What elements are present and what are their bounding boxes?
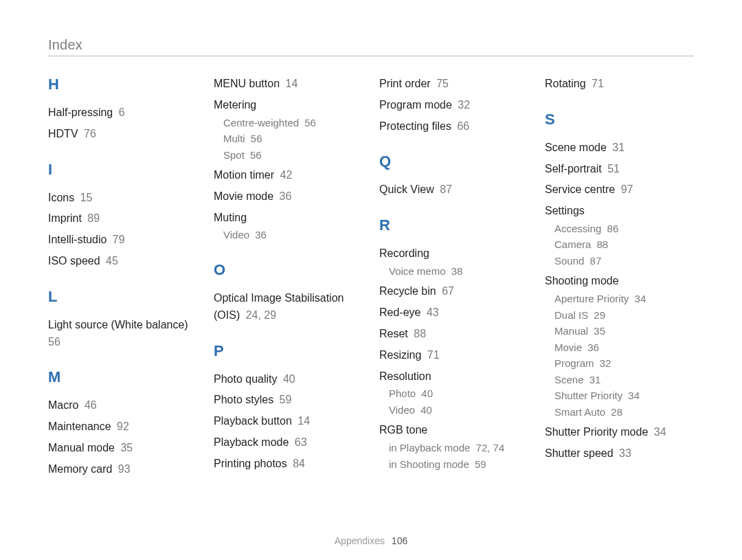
index-entry-page: 71: [589, 78, 604, 89]
index-subentry: Smart Auto 28: [554, 405, 694, 421]
index-subentry: Accessing 86: [554, 221, 694, 237]
index-entry-page: 24, 29: [243, 309, 276, 321]
index-section-letter: I: [48, 161, 197, 179]
index-entry: Imprint 89: [48, 210, 197, 227]
index-entry-page: 66: [454, 120, 469, 132]
index-entry-label: Movie mode: [214, 190, 273, 202]
index-subentry: in Playback mode 72, 74: [389, 440, 528, 456]
index-entry-page: 97: [618, 183, 633, 195]
index-subentry: Photo 40: [389, 386, 528, 402]
index-entry: Protecting files 66: [379, 118, 528, 135]
index-subentry-label: Spot: [223, 149, 245, 161]
index-entry-label: Shutter speed: [545, 447, 614, 459]
index-entry-page: 84: [290, 458, 305, 469]
index-entry: Shutter speed 33: [545, 445, 694, 462]
index-topic-heading: Muting: [214, 210, 363, 227]
index-subentry-page: 87: [587, 255, 601, 267]
index-entry-page: 75: [434, 78, 449, 89]
index-entry: Photo styles 59: [214, 392, 363, 409]
index-entry: Icons 15: [48, 190, 197, 207]
index-entry: Program mode 32: [379, 97, 528, 114]
index-entry: HDTV 76: [48, 126, 197, 143]
index-entry-page: 76: [81, 128, 96, 139]
index-entry-label: ISO speed: [48, 255, 100, 267]
index-entry: Movie mode 36: [214, 188, 363, 205]
index-columns: HHalf-pressing 6HDTV 76IIcons 15Imprint …: [48, 76, 694, 482]
index-entry-label: Light source (White balance): [48, 319, 188, 331]
index-entry: Photo quality 40: [214, 371, 363, 388]
index-entry-label: Manual mode: [48, 442, 115, 453]
index-topic: ResolutionPhoto 40Video 40: [379, 368, 528, 418]
index-entry-page: 71: [424, 349, 439, 361]
index-subentry-label: Shutter Priority: [554, 390, 622, 401]
index-entry-page: 32: [455, 99, 470, 111]
index-topic: SettingsAccessing 86Camera 88Sound 87: [545, 203, 694, 269]
index-entry-page: 46: [81, 399, 96, 411]
index-entry-label: Memory card: [48, 463, 112, 475]
index-entry-label: Motion timer: [214, 169, 274, 181]
index-entry: Recycle bin 67: [379, 283, 528, 300]
index-subentry-label: Centre-weighted: [223, 117, 299, 128]
footer-page-number: 106: [392, 535, 407, 546]
index-topic: MeteringCentre-weighted 56Multi 56Spot 5…: [214, 97, 363, 163]
index-entry-label: Imprint: [48, 212, 82, 224]
index-topic-heading: RGB tone: [379, 422, 528, 439]
index-subentry-label: Aperture Priority: [554, 293, 629, 304]
index-subentry-label: Photo: [389, 388, 416, 399]
index-entry-page: 87: [437, 183, 452, 195]
index-entry: Optical Image Stabilisation (OIS) 24, 29: [214, 290, 363, 324]
index-entry-page: 43: [423, 306, 438, 318]
index-subentry: Scene 31: [554, 372, 694, 388]
index-entry-page: 34: [651, 426, 666, 438]
page-title: Index: [48, 37, 694, 53]
index-entry-label: Photo quality: [214, 373, 278, 385]
index-entry-label: Shutter Priority mode: [545, 426, 648, 438]
index-page: Index HHalf-pressing 6HDTV 76IIcons 15Im…: [0, 0, 742, 560]
index-entry-label: Half-pressing: [48, 107, 113, 118]
index-subentry-label: Manual: [554, 325, 588, 337]
index-section-letter: P: [214, 342, 363, 360]
index-subentry-page: 86: [604, 223, 618, 234]
index-subentry-page: 56: [247, 149, 262, 161]
index-entry: Print order 75: [379, 76, 528, 93]
index-entry-page: 89: [85, 212, 100, 224]
index-topic: Shooting modeAperture Priority 34Dual IS…: [545, 273, 694, 420]
index-entry-page: 33: [616, 447, 631, 459]
index-subentry-label: Camera: [554, 238, 591, 250]
index-entry-page: 59: [276, 394, 291, 405]
index-subentry-page: 35: [591, 325, 605, 337]
index-entry-page: 6: [115, 107, 124, 118]
index-entry-page: 15: [77, 192, 92, 203]
index-topic-heading: Resolution: [379, 368, 528, 385]
index-section-letter: L: [48, 288, 197, 306]
index-entry-page: 35: [117, 442, 133, 453]
index-entry-page: 40: [280, 373, 295, 385]
index-entry: Macro 46: [48, 397, 197, 414]
index-topic-heading: Recording: [379, 245, 528, 262]
index-entry-label: Playback button: [214, 415, 292, 427]
index-topic: RecordingVoice memo 38: [379, 245, 528, 279]
index-entry-label: Intelli-studio: [48, 234, 106, 245]
index-subentry-label: Sound: [554, 255, 584, 267]
index-subentry-label: in Shooting mode: [389, 458, 469, 470]
index-entry-page: 88: [411, 328, 426, 339]
index-subentry: Voice memo 38: [389, 264, 528, 280]
index-entry-label: Recycle bin: [379, 285, 436, 297]
index-entry-label: Icons: [48, 192, 74, 203]
index-subentry-label: Voice memo: [389, 265, 446, 277]
index-topic-heading: Shooting mode: [545, 273, 694, 290]
index-subentry-label: Program: [554, 357, 594, 369]
index-section-letter: M: [48, 368, 197, 386]
index-subentry: Camera 88: [554, 237, 694, 253]
index-entry: Half-pressing 6: [48, 104, 197, 122]
index-entry-page: 63: [291, 436, 306, 448]
index-entry-label: Self-portrait: [545, 163, 602, 175]
index-entry-page: 56: [48, 336, 60, 348]
index-subentry-page: 59: [472, 458, 486, 470]
index-entry-page: 31: [609, 142, 625, 153]
index-subentry-label: Video: [223, 229, 249, 240]
index-column: MENU button 14MeteringCentre-weighted 56…: [214, 76, 363, 482]
index-entry-page: 45: [103, 255, 118, 267]
index-subentry-page: 40: [418, 404, 432, 416]
index-entry-label: Playback mode: [214, 436, 289, 448]
